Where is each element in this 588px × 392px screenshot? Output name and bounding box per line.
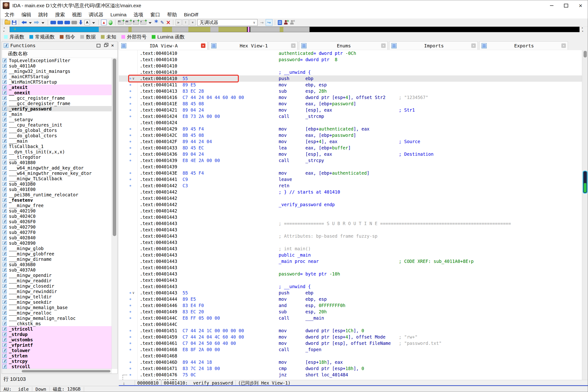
function-row[interactable]: f_vfprintf xyxy=(2,342,112,348)
run-to-cursor-icon[interactable]: ↪ xyxy=(266,19,272,26)
function-row[interactable]: fsub_4036B0 xyxy=(2,262,112,267)
listing-row[interactable]: .text:0040146D89 44 24 18mov[esp+18h], e… xyxy=(119,359,582,366)
jump-address-icon[interactable] xyxy=(78,20,83,26)
function-row[interactable]: f_mainCRTStartup xyxy=(2,74,112,79)
function-row[interactable]: f___mingw_closedir xyxy=(2,283,112,288)
listing-row[interactable]: .text:00401443 xyxy=(119,214,582,220)
debug-play-icon[interactable]: ▶ xyxy=(175,20,182,26)
listing-row[interactable]: .text:0040144489 E5movebp, esp xyxy=(119,296,582,302)
navigate-forward-icon[interactable] xyxy=(34,20,39,26)
search-immediate-icon[interactable] xyxy=(64,20,70,26)
menu-item[interactable]: 视图 xyxy=(68,12,85,18)
function-row[interactable]: f___mingw_glob xyxy=(2,246,112,251)
navigation-band[interactable] xyxy=(9,26,580,32)
back-history-caret-icon[interactable] xyxy=(28,20,33,26)
listing-row[interactable]: .text:00401451C7 44 24 1C 00 00 00 00mov… xyxy=(119,328,582,334)
function-row[interactable]: f___main xyxy=(2,138,112,144)
function-row[interactable]: f_wcstombs xyxy=(2,337,112,342)
search-again-icon[interactable] xyxy=(71,20,77,26)
band-scroll-left-icon[interactable]: ◂▸ xyxy=(3,26,7,32)
function-row[interactable]: f___mingw_memalign_realloc xyxy=(2,316,112,321)
function-row[interactable]: fsub_402790 xyxy=(2,224,112,230)
functions-column-header[interactable]: 函数名称 xyxy=(2,50,117,58)
functions-panel-header[interactable]: f Functions × xyxy=(2,42,117,50)
collapse-arrow-icon[interactable]: ∨ xyxy=(132,290,134,296)
menu-item[interactable]: 搜索 xyxy=(51,12,68,18)
menu-item[interactable]: BinDiff xyxy=(180,12,202,18)
function-row[interactable]: f___gcc_register_frame xyxy=(2,95,112,101)
tab-hex-view-1[interactable]: Hex View-1× xyxy=(209,41,298,50)
attach-process-icon[interactable]: → xyxy=(260,20,264,26)
listing-vertical-scrollbar[interactable] xyxy=(582,50,588,380)
listing-row[interactable]: .text:0040147183 7C 24 18 00cmpdword ptr… xyxy=(119,366,582,372)
menu-item[interactable]: Lumina xyxy=(107,12,130,18)
function-row[interactable]: f_atexit xyxy=(2,84,112,90)
function-row[interactable]: f_strdup xyxy=(2,332,112,337)
tab-imports[interactable]: Imports× xyxy=(389,41,478,50)
function-row[interactable]: fsub_402190 xyxy=(2,208,112,214)
undefine-x-icon[interactable]: × xyxy=(166,20,171,26)
open-file-icon[interactable] xyxy=(5,20,10,26)
save-icon[interactable] xyxy=(12,20,16,26)
listing-row[interactable]: .text:00401476 xyxy=(119,378,582,380)
listing-row[interactable]: .text:00401459C7 44 24 04 4C 60 40 00mov… xyxy=(119,334,582,340)
tab-exports[interactable]: Exports× xyxy=(479,41,568,50)
function-row[interactable]: f___mingw_seekdir xyxy=(2,299,112,305)
function-row[interactable]: f_verify_password xyxy=(2,106,112,111)
function-row[interactable]: f___tlregdtor xyxy=(2,154,112,160)
menu-item[interactable]: 选项 xyxy=(130,12,147,18)
function-row[interactable]: fTlsCallback_1 xyxy=(2,144,112,149)
lumina-push-icon[interactable]: + xyxy=(284,20,288,26)
panel-close-icon[interactable]: × xyxy=(109,43,115,48)
listing-row[interactable]: .text:00401439E8 4E 2A 00 00call_strcpy xyxy=(119,157,582,164)
function-row[interactable]: f_strlen xyxy=(2,353,112,358)
function-row[interactable]: fsub_4027F0 xyxy=(2,230,112,235)
listing-row[interactable]: .text:00401441C9leave xyxy=(119,176,582,182)
function-row[interactable]: fsub_401B80 xyxy=(2,160,112,165)
function-row[interactable]: f___mingw_realloc xyxy=(2,310,112,316)
function-row[interactable]: f___mingw_TLScallback xyxy=(2,176,112,181)
struct-icon[interactable]: * xyxy=(154,20,158,26)
function-row[interactable]: f___do_global_dtors xyxy=(2,128,112,133)
listing-row[interactable]: .text:00401443; int main() xyxy=(119,246,582,252)
search-binary-icon[interactable] xyxy=(50,20,56,26)
listing-row[interactable]: .text:0040147675 0Cjnzshort loc_401484 xyxy=(119,372,582,378)
listing-row[interactable]: .text:00401410; __unwind { xyxy=(119,69,582,76)
menu-item[interactable]: 调试器 xyxy=(85,12,107,18)
listing-row[interactable]: .text:00401442 xyxy=(119,195,582,202)
function-row[interactable]: f___mingw_telldir xyxy=(2,294,112,299)
make-code-icon[interactable]: 01 xyxy=(118,20,124,26)
function-row[interactable]: f___w64_mingwthr_remove_key_dtor xyxy=(2,170,112,176)
listing-row[interactable]: .text:00401416C7 44 24 04 44 60 40 00mov… xyxy=(119,94,582,101)
listing-row[interactable]: ∨.text:0040141055pushebp xyxy=(119,76,582,82)
menu-item[interactable]: 窗口 xyxy=(147,12,164,18)
listing-row[interactable]: .text:0040141E8B 45 08moveax, [ebp+passw… xyxy=(119,101,582,107)
function-row[interactable]: fsub_4037A0 xyxy=(2,267,112,272)
reanalyze-icon[interactable] xyxy=(108,20,113,26)
listing-row[interactable]: .text:00401461C7 04 24 50 60 40 00movdwo… xyxy=(119,340,582,346)
tab-close-icon[interactable]: × xyxy=(471,44,476,48)
lumina-book-icon[interactable] xyxy=(278,20,282,26)
problems-icon[interactable]: ▲ xyxy=(101,20,107,25)
listing-row[interactable]: .text:00401468E8 8F 2A 00 00call_fopen xyxy=(119,346,582,353)
listing-row[interactable]: .text:0040143E8B 45 F4moveax, [ebp+authe… xyxy=(119,170,582,176)
listing-row[interactable]: .text:0040144CE8 FF 05 00 00call___main xyxy=(119,315,582,321)
listing-row[interactable]: .text:00401443; __unwind { xyxy=(119,284,582,290)
functions-vertical-scrollbar[interactable] xyxy=(112,58,117,369)
make-data-icon[interactable]: db xyxy=(125,20,131,26)
names-window-icon[interactable]: A xyxy=(84,20,90,25)
listing-row[interactable]: .text:00401424E8 73 2A 00 00call_strcmp xyxy=(119,113,582,120)
function-row[interactable]: f__mingw32_init_mainargs xyxy=(2,68,112,74)
maximize-button[interactable] xyxy=(559,0,573,11)
listing-row[interactable]: .text:0040142189 04 24mov[esp], eax; Str… xyxy=(119,107,582,113)
function-row[interactable]: f_strcpy xyxy=(2,358,112,364)
listing-row[interactable]: .text:0040144983 EC 20subesp, 20h xyxy=(119,309,582,315)
function-row[interactable]: fsub_401E00 xyxy=(2,186,112,192)
listing-row[interactable]: .text:00401443 xyxy=(119,227,582,233)
function-row[interactable]: f___do_global_ctors xyxy=(2,133,112,138)
listing-row[interactable]: .text:00401443; Attributes: bp-based fra… xyxy=(119,233,582,239)
listing-row[interactable]: .text:00401443 xyxy=(119,239,582,246)
function-row[interactable]: f___mingw_rewinddir xyxy=(2,288,112,294)
make-string-icon[interactable]: s xyxy=(140,20,146,26)
listing-row[interactable]: .text:004014338D 45 ECleaeax, [ebp+buffe… xyxy=(119,145,582,151)
